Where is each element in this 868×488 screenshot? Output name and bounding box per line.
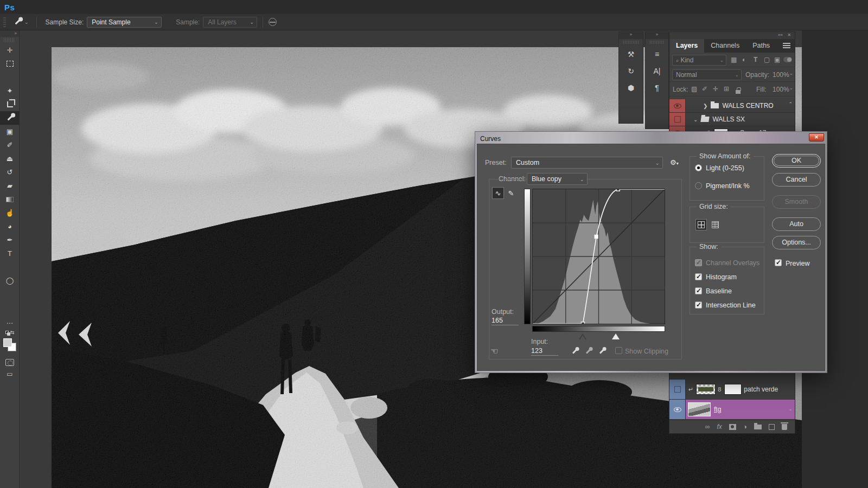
edit-points-curve-button[interactable]: ∿ [492,187,504,199]
tool-presets-icon[interactable]: ⚒ [619,46,643,62]
pigment-radio[interactable] [695,182,702,189]
show-clipping-checkbox[interactable] [615,347,622,354]
simple-grid-button[interactable] [695,219,707,230]
crop-tool[interactable] [0,98,20,111]
show-option-checkbox[interactable] [695,273,702,280]
filter-type-layers-icon[interactable]: T [754,56,757,63]
lock-move-icon[interactable]: ✛ [713,85,718,93]
eyedropper-tool[interactable] [0,111,20,125]
draw-curve-pencil-button[interactable]: ✎ [505,187,517,199]
pigment-radio-label[interactable]: Pigment/Ink % [706,182,750,190]
detailed-grid-button[interactable] [710,219,721,230]
layer-name[interactable]: patch verde [744,386,778,393]
quick-selection-tool[interactable]: ✦ [0,84,20,98]
brush-tool[interactable]: ✐ [0,138,20,152]
channel-select[interactable]: Blue copy⌄ [527,173,588,185]
ellipse-tool[interactable]: ◯ [0,274,20,287]
character-panel-icon[interactable]: A| [646,62,668,79]
chevron-down-icon[interactable]: ⌄ [789,85,793,91]
clone-stamp-tool[interactable]: ⏏ [0,152,20,165]
fill-value[interactable]: 100% [773,86,789,93]
dialog-titlebar[interactable]: Curves ✕ [477,133,825,144]
more-tools-ellipsis[interactable]: … [0,314,20,328]
filter-smart-objects-icon[interactable]: ▣ [774,56,780,63]
disclosure-collapsed-icon[interactable]: ❯ [703,103,707,109]
new-layer-icon[interactable] [769,424,775,430]
visibility-cell[interactable] [669,400,686,419]
burn-tool[interactable]: ◕ [0,220,20,233]
curves-graph[interactable] [532,189,665,324]
expand-panels-icon[interactable]: » [646,32,668,39]
input-value-field[interactable]: 123 [531,347,558,356]
layer-row-patch-verde[interactable]: ↵ 8 patch verde [669,380,795,400]
rectangular-marquee-tool[interactable] [0,57,20,70]
layer-thumbnail[interactable] [696,384,716,395]
tab-paths[interactable]: Paths [746,39,776,53]
light-radio-label[interactable]: Light (0-255) [706,164,744,172]
disclosure-expanded-icon[interactable]: ⌄ [693,117,698,123]
adjustments-icon[interactable]: ≡ [646,46,668,62]
filtering-toggle[interactable] [783,57,792,62]
zoom-tool[interactable] [0,301,20,314]
new-group-icon[interactable] [754,425,762,429]
light-radio[interactable] [695,164,702,171]
visibility-cell[interactable] [669,113,686,126]
gradient-tool[interactable] [0,192,20,206]
ok-button[interactable]: OK [772,154,821,168]
close-panel-icon[interactable]: ✕ [787,33,791,37]
layer-style-fx-icon[interactable]: fx [717,423,722,431]
opacity-value[interactable]: 100% [773,71,789,79]
eraser-tool[interactable]: ▰ [0,179,20,192]
preset-options-gear-icon[interactable]: ⚙▾ [670,158,679,166]
show-option-checkbox[interactable] [695,301,702,309]
eyedropper-tool-icon[interactable] [10,15,24,29]
tab-channels[interactable]: Channels [704,39,746,53]
path-selection-tool[interactable] [0,260,20,274]
3d-panel-icon[interactable]: ⬢ [619,79,643,96]
targeted-adjustment-icon[interactable]: ☜ [490,346,498,356]
lock-transparency-icon[interactable]: ▨ [691,85,697,93]
filter-shape-layers-icon[interactable]: ▢ [764,56,770,63]
layer-row-ftg-selected[interactable]: ftg ⌄ [669,400,795,420]
spot-healing-brush-tool[interactable]: ▣ [0,125,20,138]
add-layer-mask-icon[interactable] [729,424,736,430]
panel-menu-icon[interactable] [783,43,790,48]
quick-mask-button[interactable] [5,359,14,366]
filter-adjustment-layers-icon[interactable]: ◐ [742,56,746,63]
new-adjustment-layer-icon[interactable]: ◑ [743,423,747,431]
show-option-checkbox[interactable] [695,287,702,294]
lasso-tool[interactable] [0,70,20,84]
sample-select[interactable]: All Layers⌄ [203,17,257,28]
kind-filter-select[interactable]: ⌕ Kind ⌄ [672,55,726,66]
move-tool[interactable]: ✛ [0,43,20,57]
cancel-button[interactable]: Cancel [772,173,821,187]
foreground-color-swatch[interactable] [3,338,12,347]
black-point-slider[interactable] [579,333,586,339]
layer-name[interactable]: WALLS CENTRO [722,102,773,110]
screen-mode-button[interactable]: ▭ [7,370,12,378]
smudge-tool[interactable]: ☝ [0,206,20,220]
lock-paint-icon[interactable]: ✐ [702,85,707,93]
default-colors-icon[interactable] [5,331,9,334]
tab-layers[interactable]: Layers [669,39,704,53]
layer-mask-thumbnail[interactable] [724,384,742,395]
sampling-ring-icon[interactable] [269,18,277,26]
hand-tool[interactable] [0,287,20,301]
type-tool[interactable]: T [0,247,20,260]
lock-all-icon[interactable] [736,90,741,94]
lock-artboard-icon[interactable]: ⊞ [724,85,729,93]
chevron-down-icon[interactable]: ⌄ [789,70,793,76]
layer-row-walls-sx[interactable]: ⌄ WALLS SX [669,113,795,126]
layer-thumbnail[interactable] [688,402,711,416]
options-bar-grip[interactable] [3,17,6,27]
output-value-field[interactable]: 165 [492,317,519,325]
sample-size-select[interactable]: Point Sample⌄ [87,17,162,28]
close-dialog-button[interactable]: ✕ [809,133,824,142]
blend-mode-select[interactable]: Normal⌄ [672,69,742,80]
white-point-slider[interactable] [612,333,620,339]
visibility-cell[interactable] [669,99,686,112]
layer-name[interactable]: ftg [714,406,721,413]
smooth-button[interactable]: Smooth [772,195,821,209]
scroll-up-icon[interactable]: ⌃ [788,101,793,107]
foreground-background-swatches[interactable] [3,338,16,351]
